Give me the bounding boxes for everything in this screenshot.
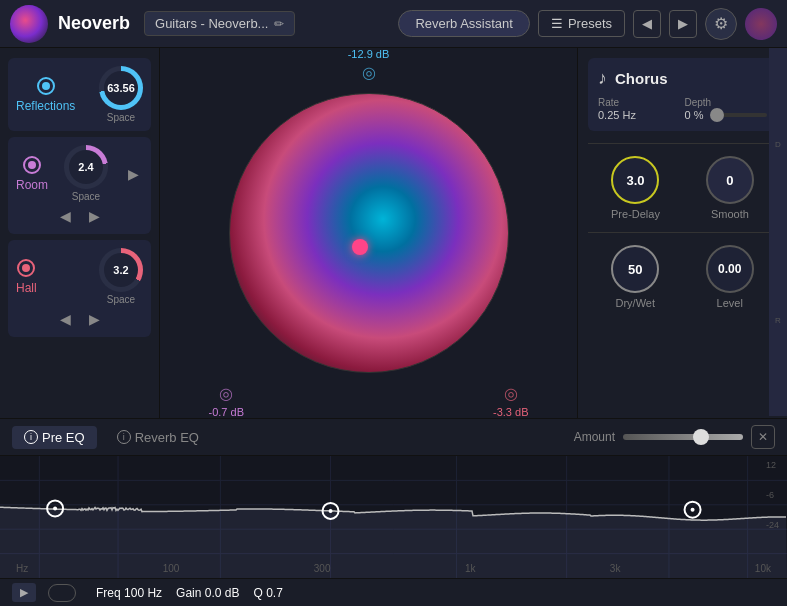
presets-button[interactable]: ☰ Presets bbox=[538, 10, 625, 37]
q-display: Q 0.7 bbox=[253, 586, 282, 600]
amount-label: Amount bbox=[574, 430, 615, 444]
scale-d-label: D bbox=[775, 140, 781, 149]
settings-button[interactable]: ⚙ bbox=[705, 8, 737, 40]
reverb-mix-dot[interactable] bbox=[352, 239, 368, 255]
presets-list-icon: ☰ bbox=[551, 16, 563, 31]
app-title: Neoverb bbox=[58, 13, 130, 34]
dry-wet-value: 50 bbox=[628, 262, 642, 277]
reflections-row: Reflections 63.56 Space bbox=[16, 66, 143, 123]
room-knob-container: 2.4 Space bbox=[64, 145, 108, 202]
eq-header: i Pre EQ i Reverb EQ Amount ✕ bbox=[0, 419, 787, 456]
reverb-assistant-button[interactable]: Reverb Assistant bbox=[398, 10, 530, 37]
room-section: Room 2.4 Space ▶ ◀ ▶ bbox=[8, 137, 151, 234]
room-prev-button[interactable]: ◀ bbox=[56, 206, 75, 226]
q-label: Q bbox=[253, 586, 262, 600]
top-bar: Neoverb Guitars - Neoverb... ✏ Reverb As… bbox=[0, 0, 787, 48]
pre-eq-tab[interactable]: i Pre EQ bbox=[12, 426, 97, 449]
pre-delay-smooth-row: 3.0 Pre-Delay 0 Smooth bbox=[588, 156, 777, 220]
room-arrows: ◀ ▶ bbox=[16, 206, 143, 226]
smooth-label: Smooth bbox=[711, 208, 749, 220]
preset-selector[interactable]: Guitars - Neoverb... ✏ bbox=[144, 11, 295, 36]
eq-play-button[interactable]: ▶ bbox=[12, 583, 36, 602]
room-next-button[interactable]: ▶ bbox=[85, 206, 104, 226]
center-panel: -12.9 dB ◎ ◎ -0.7 dB ◎ -3.3 dB bbox=[160, 48, 577, 418]
eq-canvas-area: Hz 100 300 1k 3k 10k 12 -6 -24 bbox=[0, 456, 787, 578]
right-panel: ♪ Chorus Rate 0.25 Hz Depth 0 % bbox=[577, 48, 787, 418]
freq-val: 100 Hz bbox=[124, 586, 162, 600]
hall-icon bbox=[17, 259, 35, 277]
rate-value: 0.25 Hz bbox=[598, 109, 681, 121]
level-label: Level bbox=[717, 297, 743, 309]
brand-logo-small bbox=[745, 8, 777, 40]
level-knob[interactable]: 0.00 bbox=[706, 245, 754, 293]
room-space-label: Space bbox=[72, 191, 100, 202]
prev-preset-button[interactable]: ◀ bbox=[633, 10, 661, 38]
reflections-label: Reflections bbox=[16, 99, 75, 113]
freq-display: Freq 100 Hz bbox=[96, 586, 162, 600]
eq-canvas[interactable] bbox=[0, 456, 787, 578]
eq-panel: i Pre EQ i Reverb EQ Amount ✕ Hz 100 300… bbox=[0, 418, 787, 606]
hall-section: Hall 3.2 Space ◀ ▶ bbox=[8, 240, 151, 337]
hall-knob-container: 3.2 Space bbox=[99, 248, 143, 305]
room-label: Room bbox=[16, 178, 48, 192]
edit-preset-icon[interactable]: ✏ bbox=[274, 17, 284, 31]
top-reverb-icon: ◎ bbox=[348, 63, 390, 82]
bottom-right-db-container: ◎ -3.3 dB bbox=[493, 384, 528, 418]
top-center-controls: Reverb Assistant ☰ Presets ◀ ▶ ⚙ bbox=[398, 8, 777, 40]
room-value: 2.4 bbox=[78, 161, 93, 173]
pre-delay-label: Pre-Delay bbox=[611, 208, 660, 220]
depth-value: 0 % bbox=[685, 109, 704, 121]
close-eq-button[interactable]: ✕ bbox=[751, 425, 775, 449]
room-expand-arrow[interactable]: ▶ bbox=[124, 162, 143, 186]
chorus-title: Chorus bbox=[615, 70, 668, 87]
amount-slider-thumb[interactable] bbox=[693, 429, 709, 445]
hall-next-button[interactable]: ▶ bbox=[85, 309, 104, 329]
close-eq-icon: ✕ bbox=[758, 430, 768, 444]
pre-eq-label: Pre EQ bbox=[42, 430, 85, 445]
dry-wet-level-row: 50 Dry/Wet 0.00 Level bbox=[588, 245, 777, 309]
pre-delay-knob[interactable]: 3.0 bbox=[611, 156, 659, 204]
depth-label: Depth bbox=[685, 97, 768, 108]
bottom-left-db-label: -0.7 dB bbox=[209, 406, 244, 418]
reverb-ball-container: -12.9 dB ◎ ◎ -0.7 dB ◎ -3.3 dB bbox=[229, 93, 509, 373]
dry-wet-knob[interactable]: 50 bbox=[611, 245, 659, 293]
chorus-depth-row-container: Depth 0 % bbox=[685, 97, 768, 121]
gear-icon: ⚙ bbox=[714, 14, 728, 33]
reflections-knob-container: 63.56 Space bbox=[99, 66, 143, 123]
smooth-group: 0 Smooth bbox=[706, 156, 754, 220]
reverb-mixer-ball[interactable] bbox=[229, 93, 509, 373]
smooth-knob[interactable]: 0 bbox=[706, 156, 754, 204]
dry-wet-group: 50 Dry/Wet bbox=[611, 245, 659, 309]
bottom-left-db-container: ◎ -0.7 dB bbox=[209, 384, 244, 418]
hall-knob[interactable]: 3.2 bbox=[99, 248, 143, 292]
hall-space-label: Space bbox=[107, 294, 135, 305]
app-logo bbox=[10, 5, 48, 43]
pre-delay-group: 3.0 Pre-Delay bbox=[611, 156, 660, 220]
hall-row: Hall 3.2 Space bbox=[16, 248, 143, 305]
smooth-value: 0 bbox=[726, 173, 733, 188]
depth-slider[interactable] bbox=[711, 113, 767, 117]
bottom-right-db-label: -3.3 dB bbox=[493, 406, 528, 418]
reflections-knob[interactable]: 63.56 bbox=[99, 66, 143, 110]
top-db-container: -12.9 dB ◎ bbox=[348, 48, 390, 82]
db-scale-right: D R bbox=[769, 48, 787, 416]
hall-label: Hall bbox=[16, 281, 37, 295]
freq-label: Freq bbox=[96, 586, 121, 600]
reverb-eq-tab[interactable]: i Reverb EQ bbox=[105, 426, 211, 449]
chorus-params: Rate 0.25 Hz Depth 0 % bbox=[598, 97, 767, 121]
chorus-icon: ♪ bbox=[598, 68, 607, 89]
chorus-rate-row: Rate 0.25 Hz bbox=[598, 97, 681, 121]
depth-slider-thumb[interactable] bbox=[710, 108, 724, 122]
preset-name-text: Guitars - Neoverb... bbox=[155, 16, 268, 31]
amount-slider[interactable] bbox=[623, 434, 743, 440]
left-panel: Reflections 63.56 Space Room bbox=[0, 48, 160, 418]
pre-delay-value: 3.0 bbox=[626, 173, 644, 188]
separator-2 bbox=[588, 232, 777, 233]
room-knob[interactable]: 2.4 bbox=[64, 145, 108, 189]
reflections-value: 63.56 bbox=[107, 82, 135, 94]
main-area: Reflections 63.56 Space Room bbox=[0, 48, 787, 418]
next-preset-button[interactable]: ▶ bbox=[669, 10, 697, 38]
hall-prev-button[interactable]: ◀ bbox=[56, 309, 75, 329]
level-value: 0.00 bbox=[718, 262, 741, 276]
amount-section: Amount bbox=[574, 430, 743, 444]
